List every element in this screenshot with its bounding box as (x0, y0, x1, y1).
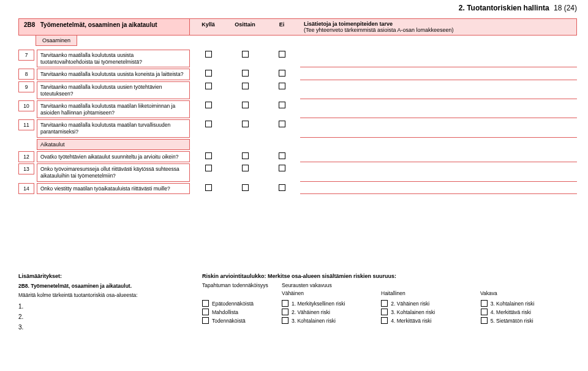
question-row: 12 Ovatko työtehtävien aikataulut suunni… (18, 151, 577, 163)
prob-label: Mahdollista (212, 309, 238, 315)
addl-desc: Määritä kolme tärkeintä tuotantoriskiä o… (18, 292, 196, 298)
prob-label: Todennäköistä (212, 318, 246, 324)
matrix-checkbox[interactable] (282, 300, 288, 307)
risk-label: 2. Vähäinen riski (391, 301, 429, 307)
matrix-checkbox[interactable] (381, 300, 388, 307)
checkbox-yes[interactable] (205, 51, 212, 58)
risk-label: 3. Kohtalainen riski (491, 301, 535, 307)
risk-label: 5. Sietämätön riski (491, 318, 533, 324)
question-table-a: 7 Tarvitaanko maatilalla koulutusta uusi… (18, 50, 577, 194)
question-note[interactable] (300, 81, 577, 99)
checkbox-no[interactable] (279, 83, 285, 89)
question-number: 12 (18, 151, 34, 162)
checkbox-partial[interactable] (242, 152, 249, 159)
question-text: Tarvitaanko maatilalla koulutusta uusist… (37, 69, 190, 80)
checkbox-no[interactable] (279, 165, 285, 171)
subsection-aikataulut: Aikataulut (37, 139, 190, 150)
question-note[interactable] (300, 151, 577, 163)
col-partial: Osittain (227, 19, 263, 35)
checkbox-no[interactable] (279, 152, 285, 159)
block-title: 2B8 Työmenetelmät, osaaminen ja aikataul… (18, 18, 190, 36)
risk-label: 3. Kohtalainen riski (391, 309, 435, 315)
checkbox-no[interactable] (279, 102, 285, 108)
question-row: 9 Tarvitaanko maatilalla koulutusta uusi… (18, 81, 577, 99)
checkbox-yes[interactable] (205, 83, 212, 89)
matrix-checkbox[interactable] (202, 300, 209, 307)
checkbox-no[interactable] (279, 51, 285, 58)
checkbox-yes[interactable] (205, 102, 212, 108)
question-number: 11 (18, 119, 34, 130)
checkbox-yes[interactable] (205, 121, 212, 127)
checkbox-no[interactable] (279, 184, 285, 191)
section-title: 2. Tuotantoriskien hallinta (459, 4, 549, 12)
question-block: 2B8 Työmenetelmät, osaaminen ja aikataul… (18, 18, 577, 195)
question-note[interactable] (300, 119, 577, 137)
question-note[interactable] (300, 50, 577, 67)
bottom-section: Lisämääritykset: 2B8. Työmenetelmät, osa… (18, 273, 577, 334)
checkbox-partial[interactable] (242, 121, 249, 127)
question-row: 7 Tarvitaanko maatilalla koulutusta uusi… (18, 50, 577, 67)
checkbox-yes[interactable] (205, 152, 212, 159)
matrix-row: Epätodennäköistä 1. Merkityksellinen ris… (202, 300, 577, 307)
question-checks (190, 183, 300, 191)
checkbox-partial[interactable] (242, 51, 249, 58)
question-note[interactable] (300, 100, 577, 118)
matrix-checkbox[interactable] (481, 317, 488, 324)
question-checks (190, 100, 300, 108)
question-row: 13 Onko työvoimaresursseja ollut riittäv… (18, 163, 577, 181)
matrix-checkbox[interactable] (381, 317, 388, 324)
risk-label: 4. Merkittävä riski (391, 318, 431, 324)
risk-label: 3. Kohtalainen riski (292, 318, 336, 324)
info-line2: (Tee yhteenveto tärkeimmistä asioista A-… (304, 27, 573, 33)
checkbox-no[interactable] (279, 70, 285, 77)
question-note[interactable] (300, 183, 577, 195)
matrix-row: Todennäköistä 3. Kohtalainen riski 4. Me… (202, 317, 577, 324)
checkbox-yes[interactable] (205, 184, 212, 191)
checkbox-partial[interactable] (242, 102, 249, 108)
checkbox-partial[interactable] (242, 165, 249, 171)
question-checks (190, 151, 300, 159)
checkbox-yes[interactable] (205, 165, 212, 171)
checkbox-partial[interactable] (242, 70, 249, 77)
checkbox-partial[interactable] (242, 83, 249, 89)
info-header: Lisätietoja ja toimenpiteiden tarve (Tee… (300, 19, 576, 35)
info-line1: Lisätietoja ja toimenpiteiden tarve (304, 21, 573, 27)
question-row: 14 Onko viestitty maatilan työaikataului… (18, 183, 577, 195)
question-number: 8 (18, 69, 34, 80)
priority-line-3[interactable]: 3. (18, 324, 196, 331)
prob-label: Epätodennäköistä (212, 301, 254, 307)
bottom-left: Lisämääritykset: 2B8. Työmenetelmät, osa… (18, 273, 196, 334)
checkbox-yes[interactable] (205, 70, 212, 77)
matrix-checkbox[interactable] (381, 309, 388, 315)
risk-label: 4. Merkittävä riski (491, 309, 531, 315)
prob-heading: Tapahtuman todennäköisyys (202, 282, 282, 288)
matrix-checkbox[interactable] (282, 309, 288, 315)
matrix-checkbox[interactable] (282, 317, 288, 324)
sev-col-3: Vakava (480, 290, 577, 296)
block-title-text: Työmenetelmät, osaaminen ja aikataulut (40, 21, 157, 28)
priority-line-2[interactable]: 2. (18, 313, 196, 320)
sev-heading: Seurausten vakavuus (282, 282, 577, 288)
matrix-checkbox[interactable] (202, 317, 209, 324)
priority-line-1[interactable]: 1. (18, 303, 196, 310)
question-row: 10 Tarvitaanko maatilalla koulutusta maa… (18, 100, 577, 118)
question-note[interactable] (300, 69, 577, 80)
question-text: Ovatko työtehtävien aikataulut suunnitel… (37, 151, 190, 163)
question-row: 11 Tarvitaanko maatilalla koulutusta maa… (18, 119, 577, 137)
matrix-checkbox[interactable] (481, 300, 488, 307)
matrix-checkbox[interactable] (481, 309, 488, 315)
matrix-checkbox[interactable] (202, 309, 209, 315)
checkbox-no[interactable] (279, 121, 285, 127)
question-number: 14 (18, 183, 34, 194)
question-checks (190, 163, 300, 171)
question-text: Tarvitaanko maatilalla koulutusta maatil… (37, 100, 190, 118)
checkbox-partial[interactable] (242, 184, 249, 191)
risk-matrix: Riskin arviointitaulukko: Merkitse osa-a… (202, 273, 577, 334)
matrix-title: Riskin arviointitaulukko: Merkitse osa-a… (202, 273, 577, 279)
question-text: Tarvitaanko maatilalla koulutusta maatil… (37, 119, 190, 137)
sev-col-2: Haitallinen (381, 290, 478, 296)
question-checks (190, 119, 300, 127)
subsection-osaaminen: Osaaminen (36, 36, 77, 46)
question-note[interactable] (300, 163, 577, 181)
page-indicator: 18 (24) (554, 4, 577, 12)
